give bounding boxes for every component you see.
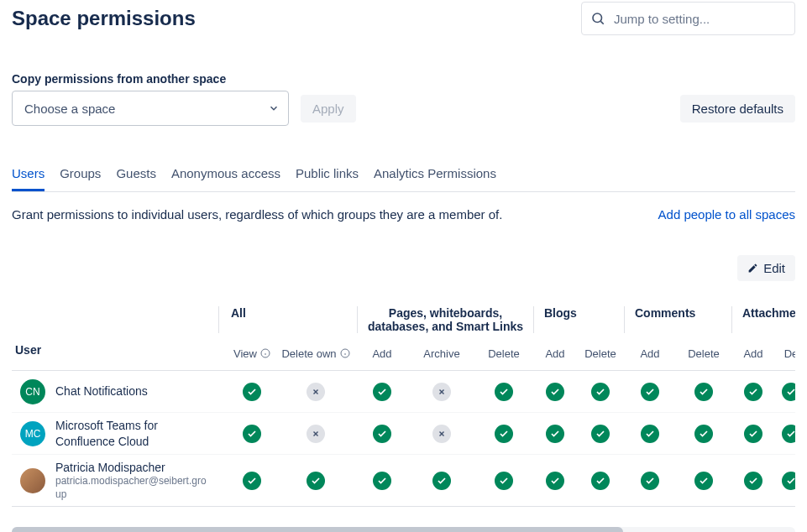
apply-button[interactable]: Apply xyxy=(301,95,356,123)
perm-cell xyxy=(275,472,356,490)
cross-icon xyxy=(432,425,451,443)
check-icon xyxy=(495,383,513,401)
page-title: Space permissions xyxy=(12,7,196,30)
perm-cell xyxy=(776,383,795,401)
add-people-link[interactable]: Add people to all spaces xyxy=(658,207,795,222)
table-row: CNChat Notifications xyxy=(12,371,795,413)
perm-cell xyxy=(623,383,677,401)
perm-cell xyxy=(532,425,578,443)
check-icon xyxy=(373,472,391,490)
check-icon xyxy=(432,472,451,490)
perm-cell xyxy=(623,425,677,443)
perm-cell xyxy=(776,425,795,443)
perm-cell xyxy=(677,472,731,490)
tab-guests[interactable]: Guests xyxy=(116,166,156,191)
copy-field-label: Copy permissions from another space xyxy=(12,72,795,86)
check-icon xyxy=(307,472,325,490)
perm-cell xyxy=(408,472,475,490)
perm-cell xyxy=(731,472,776,490)
check-icon xyxy=(744,472,762,490)
perm-cell xyxy=(356,472,408,490)
subcol-pages-add: Add xyxy=(356,343,408,363)
svg-point-0 xyxy=(593,13,602,23)
perm-cell xyxy=(218,472,275,490)
perm-cell xyxy=(532,383,578,401)
check-icon xyxy=(546,472,564,490)
perm-cell xyxy=(776,472,795,490)
perm-cell xyxy=(731,383,776,401)
horizontal-scrollbar[interactable] xyxy=(12,527,795,532)
search-box[interactable] xyxy=(581,2,795,35)
subcol-pages-delete: Delete xyxy=(475,343,532,363)
subcol-view: View xyxy=(218,343,275,363)
check-icon xyxy=(782,425,795,443)
check-icon xyxy=(782,383,795,401)
section-description: Grant permissions to individual users, r… xyxy=(12,207,502,222)
check-icon xyxy=(744,383,762,401)
subcol-blogs-add: Add xyxy=(532,343,578,363)
info-icon xyxy=(260,348,270,358)
subcol-blogs-delete: Delete xyxy=(578,343,623,363)
check-icon xyxy=(641,425,659,443)
tab-anonymous[interactable]: Anonymous access xyxy=(171,166,280,191)
edit-button[interactable]: Edit xyxy=(737,255,795,281)
tab-analytics[interactable]: Analytics Permissions xyxy=(374,166,496,191)
perm-cell xyxy=(408,383,475,401)
cross-icon xyxy=(307,425,325,443)
scrollbar-thumb[interactable] xyxy=(12,527,623,532)
restore-defaults-button[interactable]: Restore defaults xyxy=(680,95,795,123)
cross-icon xyxy=(432,383,451,401)
tab-groups[interactable]: Groups xyxy=(60,166,101,191)
check-icon xyxy=(641,383,659,401)
check-icon xyxy=(495,472,513,490)
col-group-blogs: Blogs xyxy=(533,306,624,333)
search-input[interactable] xyxy=(614,12,786,26)
avatar: MC xyxy=(20,421,45,446)
col-group-all: All xyxy=(218,306,357,333)
permissions-table: All Pages, whiteboards, databases, and S… xyxy=(12,306,795,507)
table-row: MCMicrosoft Teams for Confluence Cloud xyxy=(12,413,795,455)
perm-cell xyxy=(275,425,356,443)
edit-button-label: Edit xyxy=(763,261,785,275)
tabs: Users Groups Guests Anonymous access Pub… xyxy=(12,166,795,192)
check-icon xyxy=(243,472,261,490)
subcol-comments-delete: Delete xyxy=(677,343,731,363)
user-email: patricia.modispacher@seibert.group xyxy=(55,475,207,501)
tab-users[interactable]: Users xyxy=(12,166,45,191)
user-name: Microsoft Teams for Confluence Cloud xyxy=(55,418,207,448)
subcol-delete-own: Delete own xyxy=(275,343,356,363)
perm-cell xyxy=(578,425,623,443)
table-row: Patricia Modispacherpatricia.modispacher… xyxy=(12,455,795,507)
user-cell: Patricia Modispacherpatricia.modispacher… xyxy=(12,460,218,501)
check-icon xyxy=(782,472,795,490)
col-group-comments: Comments xyxy=(624,306,731,333)
subcol-pages-archive: Archive xyxy=(408,343,475,363)
perm-cell xyxy=(677,425,731,443)
perm-cell xyxy=(578,383,623,401)
pencil-icon xyxy=(747,263,758,274)
perm-cell xyxy=(475,425,532,443)
check-icon xyxy=(694,425,713,443)
tab-public-links[interactable]: Public links xyxy=(296,166,359,191)
avatar: CN xyxy=(20,379,45,404)
check-icon xyxy=(373,425,391,443)
user-name: Patricia Modispacher xyxy=(55,460,207,475)
check-icon xyxy=(495,425,513,443)
check-icon xyxy=(546,425,564,443)
check-icon xyxy=(694,383,713,401)
col-group-pages: Pages, whiteboards, databases, and Smart… xyxy=(357,306,533,333)
check-icon xyxy=(243,383,261,401)
check-icon xyxy=(243,425,261,443)
check-icon xyxy=(641,472,659,490)
space-select[interactable]: Choose a space xyxy=(12,91,289,126)
check-icon xyxy=(694,472,713,490)
check-icon xyxy=(591,383,610,401)
perm-cell xyxy=(731,425,776,443)
check-icon xyxy=(546,383,564,401)
check-icon xyxy=(744,425,762,443)
perm-cell xyxy=(275,383,356,401)
perm-cell xyxy=(356,383,408,401)
check-icon xyxy=(591,472,610,490)
space-select-placeholder: Choose a space xyxy=(24,102,115,116)
user-cell: CNChat Notifications xyxy=(12,379,218,404)
